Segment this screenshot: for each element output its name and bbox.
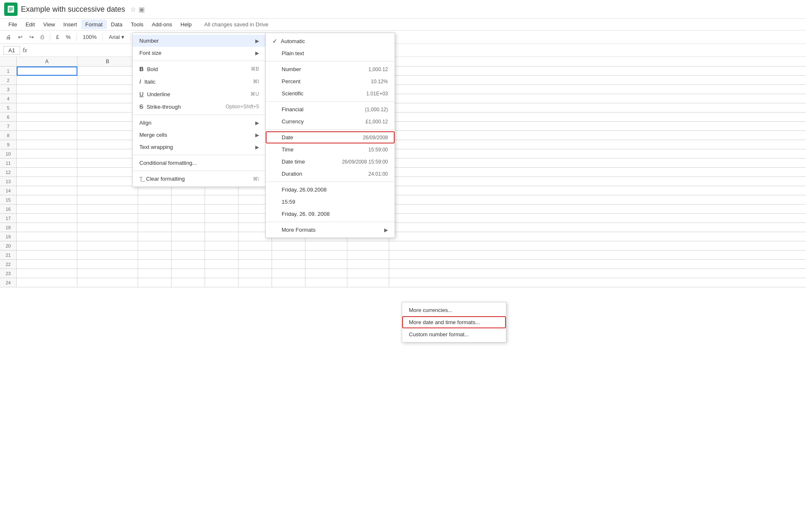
menu-format[interactable]: Format <box>81 20 107 29</box>
row-number[interactable]: 18 <box>0 223 17 232</box>
undo-button[interactable]: ↩ <box>15 32 25 42</box>
format-textwrap-item[interactable]: Text wrapping ▶ <box>133 141 266 153</box>
format-strikethrough-item[interactable]: S Strike-through Option+Shift+5 <box>133 100 266 113</box>
cell[interactable] <box>77 186 138 195</box>
cell[interactable] <box>272 269 305 278</box>
cell[interactable] <box>272 278 305 287</box>
format-number-item[interactable]: Number ▶ <box>133 35 266 47</box>
cell[interactable] <box>77 269 138 278</box>
format-conditional-item[interactable]: Conditional formatting... <box>133 157 266 169</box>
format-italic-item[interactable]: I Italic ⌘I <box>133 75 266 88</box>
cell[interactable] <box>205 195 239 205</box>
cell[interactable] <box>172 214 205 223</box>
cell[interactable] <box>138 269 172 278</box>
cell[interactable] <box>239 260 272 269</box>
cell[interactable] <box>77 278 138 287</box>
row-number[interactable]: 1 <box>0 66 17 75</box>
row-number[interactable]: 19 <box>0 232 17 241</box>
cell[interactable] <box>172 186 205 195</box>
number-time-item[interactable]: Time 15:59:00 <box>266 143 395 156</box>
cell[interactable] <box>172 232 205 241</box>
paint-format-button[interactable]: ⎙ <box>38 32 46 42</box>
number-scientific-item[interactable]: Scientific 1.01E+03 <box>266 87 395 100</box>
row-number[interactable]: 8 <box>0 131 17 140</box>
number-time2-item[interactable]: 15:59 <box>266 196 395 208</box>
cell[interactable] <box>272 241 305 251</box>
cell[interactable] <box>205 278 239 287</box>
row-number[interactable]: 6 <box>0 113 17 121</box>
row-number[interactable]: 16 <box>0 205 17 213</box>
zoom-button[interactable]: 100% <box>80 32 99 42</box>
row-number[interactable]: 13 <box>0 177 17 186</box>
cell[interactable] <box>239 278 272 287</box>
cell[interactable] <box>138 195 172 205</box>
row-number[interactable]: 15 <box>0 195 17 204</box>
cell[interactable] <box>305 260 347 269</box>
row-number[interactable]: 21 <box>0 251 17 259</box>
cell[interactable] <box>205 260 239 269</box>
cell[interactable] <box>205 223 239 232</box>
col-header-a[interactable]: A <box>17 57 77 66</box>
cell[interactable] <box>17 149 77 159</box>
cell[interactable] <box>77 76 138 85</box>
cell[interactable] <box>138 205 172 214</box>
cell[interactable] <box>138 260 172 269</box>
cell[interactable] <box>77 149 138 159</box>
format-underline-item[interactable]: U Underline ⌘U <box>133 88 266 100</box>
cell[interactable] <box>77 113 138 122</box>
cell[interactable] <box>77 103 138 113</box>
number-number-item[interactable]: Number 1,000.12 <box>266 63 395 75</box>
row-number[interactable]: 12 <box>0 168 17 176</box>
format-fontsize-item[interactable]: Font size ▶ <box>133 47 266 59</box>
number-plaintext-item[interactable]: Plain text <box>266 47 395 59</box>
cell[interactable] <box>17 94 77 103</box>
number-moreformats-item[interactable]: More Formats ▶ <box>266 224 395 236</box>
cell[interactable] <box>347 241 389 251</box>
cell[interactable] <box>138 232 172 241</box>
cell[interactable] <box>172 223 205 232</box>
percent-button[interactable]: % <box>63 32 73 42</box>
row-number[interactable]: 3 <box>0 85 17 94</box>
cell[interactable] <box>17 113 77 122</box>
cell[interactable] <box>205 186 239 195</box>
cell[interactable] <box>347 251 389 260</box>
menu-view[interactable]: View <box>39 20 59 29</box>
cell[interactable] <box>17 177 77 186</box>
menu-tools[interactable]: Tools <box>126 20 147 29</box>
row-number[interactable]: 24 <box>0 278 17 287</box>
cell[interactable] <box>239 241 272 251</box>
cell[interactable] <box>77 85 138 94</box>
cell[interactable] <box>17 122 77 131</box>
cell[interactable] <box>77 251 138 260</box>
format-align-item[interactable]: Align ▶ <box>133 117 266 129</box>
cell[interactable] <box>172 241 205 251</box>
redo-button[interactable]: ↪ <box>27 32 36 42</box>
cell[interactable] <box>347 278 389 287</box>
row-number[interactable]: 7 <box>0 122 17 130</box>
cell[interactable] <box>138 186 172 195</box>
menu-addons[interactable]: Add-ons <box>148 20 176 29</box>
cell[interactable] <box>17 103 77 113</box>
row-number[interactable]: 4 <box>0 94 17 103</box>
format-merge-item[interactable]: Merge cells ▶ <box>133 129 266 141</box>
cell[interactable] <box>138 223 172 232</box>
document-title[interactable]: Example with successive dates <box>21 5 125 14</box>
format-clear-item[interactable]: T͟ Clear formatting ⌘\ <box>133 173 266 185</box>
cell[interactable] <box>272 251 305 260</box>
cell[interactable] <box>239 251 272 260</box>
cell[interactable] <box>205 232 239 241</box>
print-button[interactable]: 🖨 <box>3 32 14 42</box>
row-number[interactable]: 5 <box>0 103 17 112</box>
cell[interactable] <box>172 269 205 278</box>
cell[interactable] <box>17 186 77 195</box>
cell[interactable] <box>17 278 77 287</box>
cell[interactable] <box>77 214 138 223</box>
cell[interactable] <box>138 214 172 223</box>
col-header-b[interactable]: B <box>77 57 138 66</box>
number-percent-item[interactable]: Percent 10.12% <box>266 75 395 87</box>
cell[interactable] <box>17 195 77 205</box>
currency-button[interactable]: £ <box>54 32 62 42</box>
cell[interactable] <box>17 269 77 278</box>
cell[interactable] <box>138 241 172 251</box>
cell[interactable] <box>17 76 77 85</box>
